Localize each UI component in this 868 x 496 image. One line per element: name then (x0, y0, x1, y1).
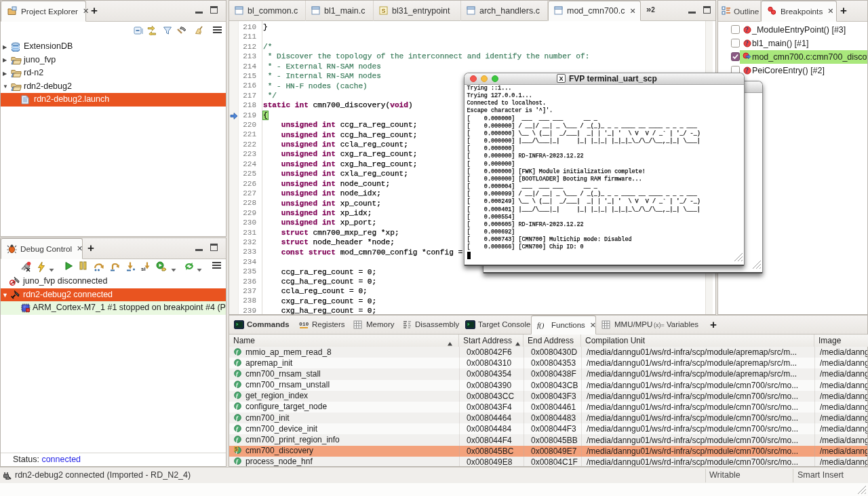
svg-text:S: S (381, 7, 385, 14)
svg-text:?: ? (745, 26, 749, 33)
svg-text:si: si (141, 266, 146, 271)
svg-text:(x)=: (x)= (654, 322, 665, 328)
svg-text:?: ? (745, 66, 749, 74)
svg-text:?: ? (745, 39, 749, 47)
svg-text:S: S (235, 446, 238, 451)
svg-text:f(): f() (537, 321, 545, 330)
svg-text:010: 010 (299, 321, 309, 327)
